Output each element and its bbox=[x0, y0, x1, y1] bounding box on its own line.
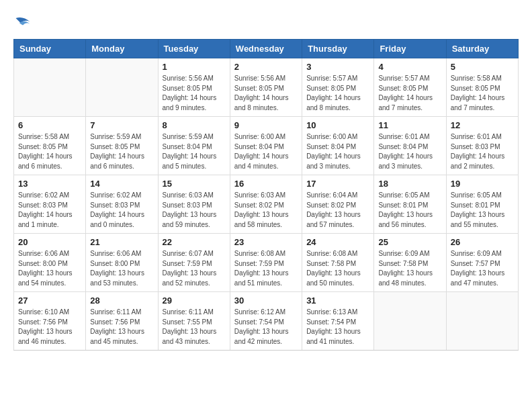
day-cell: 22Sunrise: 6:07 AM Sunset: 7:59 PM Dayli… bbox=[158, 234, 230, 292]
day-info: Sunrise: 5:57 AM Sunset: 8:05 PM Dayligh… bbox=[378, 74, 441, 113]
week-row-1: 1Sunrise: 5:56 AM Sunset: 8:05 PM Daylig… bbox=[14, 58, 519, 117]
day-number: 17 bbox=[306, 179, 369, 189]
day-info: Sunrise: 6:12 AM Sunset: 7:54 PM Dayligh… bbox=[234, 308, 298, 347]
day-info: Sunrise: 6:07 AM Sunset: 7:59 PM Dayligh… bbox=[163, 249, 226, 288]
day-info: Sunrise: 6:05 AM Sunset: 8:01 PM Dayligh… bbox=[378, 191, 441, 230]
day-cell: 2Sunrise: 5:56 AM Sunset: 8:05 PM Daylig… bbox=[230, 58, 302, 117]
day-info: Sunrise: 5:58 AM Sunset: 8:05 PM Dayligh… bbox=[18, 132, 81, 171]
day-info: Sunrise: 6:00 AM Sunset: 8:04 PM Dayligh… bbox=[306, 132, 369, 171]
week-row-2: 6Sunrise: 5:58 AM Sunset: 8:05 PM Daylig… bbox=[14, 117, 519, 175]
col-header-sunday: Sunday bbox=[14, 40, 86, 58]
day-number: 23 bbox=[234, 237, 298, 247]
day-number: 9 bbox=[234, 120, 298, 130]
day-number: 5 bbox=[451, 62, 514, 72]
logo-icon bbox=[13, 13, 32, 32]
header bbox=[13, 13, 519, 32]
day-cell bbox=[86, 58, 158, 117]
day-number: 20 bbox=[18, 237, 81, 247]
day-cell bbox=[446, 292, 518, 351]
week-row-5: 27Sunrise: 6:10 AM Sunset: 7:56 PM Dayli… bbox=[14, 292, 519, 351]
day-cell: 5Sunrise: 5:58 AM Sunset: 8:05 PM Daylig… bbox=[446, 58, 518, 117]
col-header-saturday: Saturday bbox=[446, 40, 518, 58]
day-number: 18 bbox=[378, 179, 441, 189]
day-cell: 31Sunrise: 6:13 AM Sunset: 7:54 PM Dayli… bbox=[302, 292, 374, 351]
day-info: Sunrise: 6:01 AM Sunset: 8:03 PM Dayligh… bbox=[451, 132, 514, 171]
day-number: 30 bbox=[234, 295, 298, 306]
day-cell: 12Sunrise: 6:01 AM Sunset: 8:03 PM Dayli… bbox=[446, 117, 518, 175]
day-number: 29 bbox=[163, 295, 226, 306]
day-info: Sunrise: 6:04 AM Sunset: 8:02 PM Dayligh… bbox=[306, 191, 369, 230]
day-number: 24 bbox=[306, 237, 369, 247]
day-info: Sunrise: 5:58 AM Sunset: 8:05 PM Dayligh… bbox=[451, 74, 514, 113]
day-info: Sunrise: 6:03 AM Sunset: 8:03 PM Dayligh… bbox=[163, 191, 226, 230]
day-cell bbox=[14, 58, 86, 117]
day-info: Sunrise: 6:08 AM Sunset: 7:58 PM Dayligh… bbox=[306, 249, 369, 288]
day-cell: 24Sunrise: 6:08 AM Sunset: 7:58 PM Dayli… bbox=[302, 234, 374, 292]
week-row-4: 20Sunrise: 6:06 AM Sunset: 8:00 PM Dayli… bbox=[14, 234, 519, 292]
day-number: 11 bbox=[378, 120, 441, 130]
day-cell: 21Sunrise: 6:06 AM Sunset: 8:00 PM Dayli… bbox=[86, 234, 158, 292]
day-cell: 26Sunrise: 6:09 AM Sunset: 7:57 PM Dayli… bbox=[446, 234, 518, 292]
logo bbox=[13, 13, 35, 32]
col-header-tuesday: Tuesday bbox=[158, 40, 230, 58]
day-cell: 6Sunrise: 5:58 AM Sunset: 8:05 PM Daylig… bbox=[14, 117, 86, 175]
day-number: 25 bbox=[378, 237, 441, 247]
day-cell: 19Sunrise: 6:05 AM Sunset: 8:01 PM Dayli… bbox=[446, 175, 518, 234]
col-header-monday: Monday bbox=[86, 40, 158, 58]
day-number: 1 bbox=[163, 62, 226, 72]
day-info: Sunrise: 5:56 AM Sunset: 8:05 PM Dayligh… bbox=[163, 74, 226, 113]
col-header-wednesday: Wednesday bbox=[230, 40, 302, 58]
col-header-friday: Friday bbox=[374, 40, 446, 58]
day-info: Sunrise: 6:06 AM Sunset: 8:00 PM Dayligh… bbox=[90, 249, 153, 288]
day-cell: 11Sunrise: 6:01 AM Sunset: 8:04 PM Dayli… bbox=[374, 117, 446, 175]
day-number: 26 bbox=[451, 237, 514, 247]
day-cell bbox=[374, 292, 446, 351]
day-number: 22 bbox=[163, 237, 226, 247]
day-cell: 7Sunrise: 5:59 AM Sunset: 8:05 PM Daylig… bbox=[86, 117, 158, 175]
calendar: SundayMondayTuesdayWednesdayThursdayFrid… bbox=[13, 39, 519, 351]
calendar-header: SundayMondayTuesdayWednesdayThursdayFrid… bbox=[14, 40, 519, 58]
calendar-body: 1Sunrise: 5:56 AM Sunset: 8:05 PM Daylig… bbox=[14, 58, 519, 351]
day-info: Sunrise: 6:01 AM Sunset: 8:04 PM Dayligh… bbox=[378, 132, 441, 171]
day-info: Sunrise: 5:59 AM Sunset: 8:05 PM Dayligh… bbox=[90, 132, 153, 171]
day-cell: 13Sunrise: 6:02 AM Sunset: 8:03 PM Dayli… bbox=[14, 175, 86, 234]
day-cell: 25Sunrise: 6:09 AM Sunset: 7:58 PM Dayli… bbox=[374, 234, 446, 292]
day-cell: 28Sunrise: 6:11 AM Sunset: 7:56 PM Dayli… bbox=[86, 292, 158, 351]
day-cell: 3Sunrise: 5:57 AM Sunset: 8:05 PM Daylig… bbox=[302, 58, 374, 117]
day-cell: 17Sunrise: 6:04 AM Sunset: 8:02 PM Dayli… bbox=[302, 175, 374, 234]
day-cell: 20Sunrise: 6:06 AM Sunset: 8:00 PM Dayli… bbox=[14, 234, 86, 292]
day-number: 7 bbox=[90, 120, 153, 130]
day-number: 3 bbox=[306, 62, 369, 72]
day-cell: 8Sunrise: 5:59 AM Sunset: 8:04 PM Daylig… bbox=[158, 117, 230, 175]
day-number: 10 bbox=[306, 120, 369, 130]
day-info: Sunrise: 6:11 AM Sunset: 7:56 PM Dayligh… bbox=[90, 308, 153, 347]
day-cell: 18Sunrise: 6:05 AM Sunset: 8:01 PM Dayli… bbox=[374, 175, 446, 234]
day-number: 14 bbox=[90, 179, 153, 189]
day-cell: 4Sunrise: 5:57 AM Sunset: 8:05 PM Daylig… bbox=[374, 58, 446, 117]
day-number: 13 bbox=[18, 179, 81, 189]
day-number: 31 bbox=[306, 295, 369, 306]
day-info: Sunrise: 6:05 AM Sunset: 8:01 PM Dayligh… bbox=[451, 191, 514, 230]
day-cell: 1Sunrise: 5:56 AM Sunset: 8:05 PM Daylig… bbox=[158, 58, 230, 117]
day-info: Sunrise: 6:08 AM Sunset: 7:59 PM Dayligh… bbox=[234, 249, 298, 288]
day-number: 2 bbox=[234, 62, 298, 72]
day-cell: 14Sunrise: 6:02 AM Sunset: 8:03 PM Dayli… bbox=[86, 175, 158, 234]
day-cell: 15Sunrise: 6:03 AM Sunset: 8:03 PM Dayli… bbox=[158, 175, 230, 234]
day-info: Sunrise: 6:09 AM Sunset: 7:57 PM Dayligh… bbox=[451, 249, 514, 288]
day-info: Sunrise: 5:57 AM Sunset: 8:05 PM Dayligh… bbox=[306, 74, 369, 113]
day-info: Sunrise: 6:10 AM Sunset: 7:56 PM Dayligh… bbox=[18, 308, 81, 347]
day-info: Sunrise: 5:59 AM Sunset: 8:04 PM Dayligh… bbox=[163, 132, 226, 171]
day-cell: 30Sunrise: 6:12 AM Sunset: 7:54 PM Dayli… bbox=[230, 292, 302, 351]
day-info: Sunrise: 6:03 AM Sunset: 8:02 PM Dayligh… bbox=[234, 191, 298, 230]
day-cell: 9Sunrise: 6:00 AM Sunset: 8:04 PM Daylig… bbox=[230, 117, 302, 175]
day-cell: 10Sunrise: 6:00 AM Sunset: 8:04 PM Dayli… bbox=[302, 117, 374, 175]
day-info: Sunrise: 6:13 AM Sunset: 7:54 PM Dayligh… bbox=[306, 308, 369, 347]
day-info: Sunrise: 6:02 AM Sunset: 8:03 PM Dayligh… bbox=[90, 191, 153, 230]
day-cell: 16Sunrise: 6:03 AM Sunset: 8:02 PM Dayli… bbox=[230, 175, 302, 234]
day-number: 21 bbox=[90, 237, 153, 247]
col-header-thursday: Thursday bbox=[302, 40, 374, 58]
day-info: Sunrise: 6:00 AM Sunset: 8:04 PM Dayligh… bbox=[234, 132, 298, 171]
day-info: Sunrise: 6:09 AM Sunset: 7:58 PM Dayligh… bbox=[378, 249, 441, 288]
day-cell: 23Sunrise: 6:08 AM Sunset: 7:59 PM Dayli… bbox=[230, 234, 302, 292]
day-info: Sunrise: 6:06 AM Sunset: 8:00 PM Dayligh… bbox=[18, 249, 81, 288]
